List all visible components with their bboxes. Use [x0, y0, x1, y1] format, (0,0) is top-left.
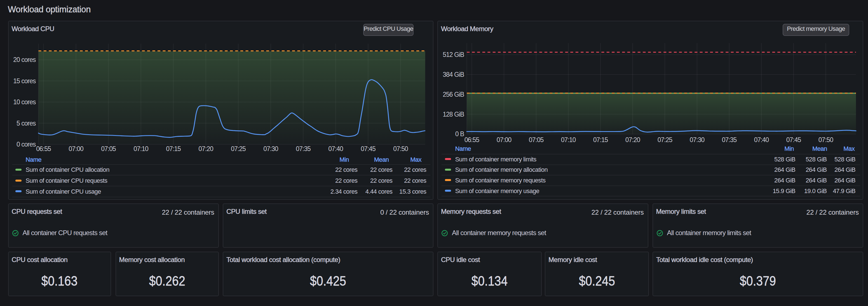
- svg-text:256 GiB: 256 GiB: [443, 91, 464, 98]
- svg-text:06:55: 06:55: [465, 136, 479, 143]
- svg-text:07:30: 07:30: [690, 136, 705, 143]
- svg-text:07:15: 07:15: [166, 145, 181, 152]
- svg-text:07:05: 07:05: [529, 136, 544, 143]
- svg-text:07:25: 07:25: [658, 136, 673, 143]
- svg-text:06:55: 06:55: [36, 145, 51, 152]
- svg-text:07:35: 07:35: [722, 136, 737, 143]
- svg-text:07:35: 07:35: [296, 145, 311, 152]
- svg-text:07:10: 07:10: [133, 145, 148, 152]
- svg-text:0 cores: 0 cores: [17, 141, 36, 148]
- svg-text:07:15: 07:15: [593, 136, 608, 143]
- svg-text:07:45: 07:45: [786, 136, 801, 143]
- svg-text:10 cores: 10 cores: [13, 99, 36, 106]
- svg-text:07:25: 07:25: [231, 145, 246, 152]
- svg-text:128 GiB: 128 GiB: [443, 111, 464, 118]
- svg-text:07:50: 07:50: [393, 145, 408, 152]
- svg-text:07:00: 07:00: [497, 136, 512, 143]
- svg-text:07:40: 07:40: [754, 136, 769, 143]
- svg-text:15 cores: 15 cores: [13, 77, 36, 85]
- svg-text:0 B: 0 B: [455, 130, 464, 138]
- svg-text:07:40: 07:40: [328, 145, 343, 152]
- svg-text:07:30: 07:30: [263, 145, 278, 152]
- svg-text:07:50: 07:50: [818, 136, 833, 143]
- svg-text:07:20: 07:20: [625, 136, 640, 143]
- svg-text:07:05: 07:05: [101, 145, 116, 152]
- svg-text:512 GiB: 512 GiB: [443, 51, 464, 58]
- svg-text:5 cores: 5 cores: [17, 120, 36, 127]
- svg-text:20 cores: 20 cores: [13, 56, 36, 63]
- svg-text:07:45: 07:45: [361, 145, 375, 152]
- svg-text:07:20: 07:20: [198, 145, 213, 152]
- svg-text:07:00: 07:00: [68, 145, 83, 152]
- svg-text:384 GiB: 384 GiB: [443, 71, 464, 78]
- svg-text:07:10: 07:10: [561, 136, 576, 143]
